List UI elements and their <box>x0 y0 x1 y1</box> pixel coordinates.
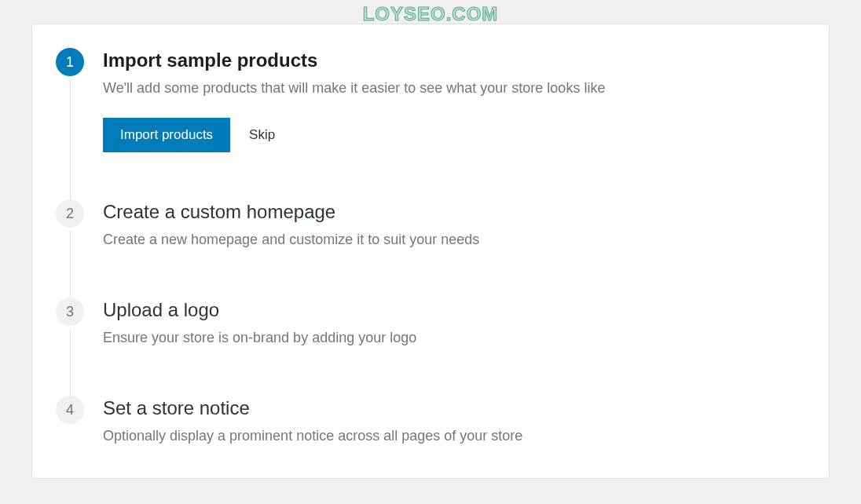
step-number-badge: 4 <box>56 396 84 424</box>
step-content: Create a custom homepage Create a new ho… <box>103 199 805 250</box>
step-content: Import sample products We'll add some pr… <box>103 48 805 152</box>
step-title: Set a store notice <box>103 397 805 419</box>
step-import-products: 1 Import sample products We'll add some … <box>56 48 805 199</box>
skip-button[interactable]: Skip <box>249 127 275 143</box>
step-title: Create a custom homepage <box>103 201 805 223</box>
steps-list: 1 Import sample products We'll add some … <box>56 48 805 447</box>
step-description: We'll add some products that will make i… <box>103 78 805 99</box>
step-store-notice: 4 Set a store notice Optionally display … <box>56 396 805 447</box>
step-create-homepage: 2 Create a custom homepage Create a new … <box>56 199 805 298</box>
step-actions: Import products Skip <box>103 118 805 152</box>
import-products-button[interactable]: Import products <box>103 118 230 152</box>
watermark-text: LOYSEO.COM <box>363 3 499 25</box>
step-number-badge: 1 <box>56 48 84 76</box>
step-title: Upload a logo <box>103 299 805 321</box>
step-description: Create a new homepage and customize it t… <box>103 229 805 250</box>
step-content: Set a store notice Optionally display a … <box>103 396 805 447</box>
step-title: Import sample products <box>103 49 805 71</box>
step-upload-logo: 3 Upload a logo Ensure your store is on-… <box>56 298 805 396</box>
step-content: Upload a logo Ensure your store is on-br… <box>103 298 805 349</box>
step-number-badge: 2 <box>56 199 84 228</box>
setup-card: 1 Import sample products We'll add some … <box>31 24 830 479</box>
step-description: Ensure your store is on-brand by adding … <box>103 327 805 349</box>
step-description: Optionally display a prominent notice ac… <box>103 425 805 447</box>
step-number-badge: 3 <box>56 298 84 326</box>
